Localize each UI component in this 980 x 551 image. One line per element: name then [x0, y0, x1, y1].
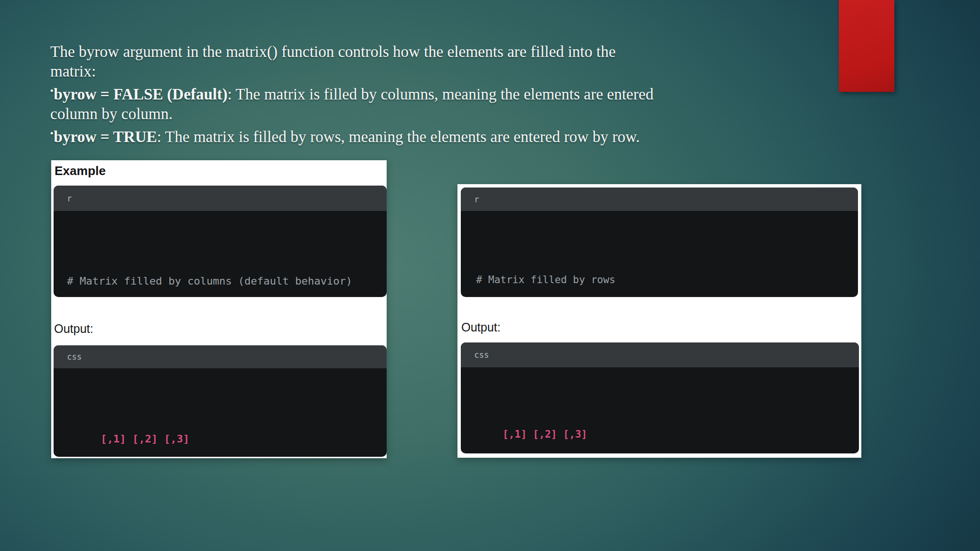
- intro-bullet-1-cont: column by column.: [50, 104, 730, 124]
- output-block-bycol: css [,1] [,2] [,3] [1,] 1 3 5 [2,] 2 4 6: [54, 345, 387, 457]
- code-content-byrow: # Matrix filled by rows matrix_byrow <- …: [461, 211, 858, 297]
- intro-bold-false-default: byrow = FALSE (Default): [54, 86, 227, 103]
- output-label: Output:: [461, 320, 501, 334]
- output-block-byrow: css [,1] [,2] [,3] [1,] 1 2 3 [2,] 4 5 6: [461, 342, 859, 453]
- slide: The byrow argument in the matrix() funct…: [0, 0, 980, 551]
- output-row-header: [,1] [,2] [,3]: [69, 429, 382, 449]
- output-content-byrow: [,1] [,2] [,3] [1,] 1 2 3 [2,] 4 5 6: [461, 367, 859, 453]
- output-language-bar: css: [54, 345, 387, 368]
- intro-bullet-1-text: : The matrix is filled by columns, meani…: [228, 86, 654, 103]
- intro-bullet-1: •byrow = FALSE (Default): The matrix is …: [50, 81, 730, 104]
- code-language-bar: r: [461, 187, 858, 211]
- code-comment: # Matrix filled by rows: [476, 270, 854, 290]
- intro-line-1: The byrow argument in the matrix() funct…: [50, 42, 730, 62]
- code-content-bycol: # Matrix filled by columns (default beha…: [54, 211, 387, 297]
- example-card-bycol: Example r # Matrix filled by columns (de…: [51, 160, 387, 458]
- accent-rectangle: [839, 0, 894, 92]
- output-content-bycol: [,1] [,2] [,3] [1,] 1 3 5 [2,] 2 4 6: [54, 368, 387, 457]
- example-card-title: Example: [55, 164, 106, 178]
- output-row-header: [,1] [,2] [,3]: [472, 425, 855, 444]
- intro-line-2: matrix:: [50, 62, 730, 81]
- code-comment: # Matrix filled by columns (default beha…: [67, 271, 382, 291]
- output-language-label: css: [54, 352, 82, 362]
- code-language-label: r: [461, 195, 479, 204]
- code-language-bar: r: [54, 186, 387, 211]
- output-language-bar: css: [461, 342, 859, 367]
- code-block-byrow: r # Matrix filled by rows matrix_byrow <…: [461, 187, 858, 297]
- intro-bold-true: byrow = TRUE: [54, 128, 157, 145]
- bullet-dot: •: [50, 86, 53, 96]
- bullet-dot: •: [50, 129, 53, 138]
- example-card-byrow: r # Matrix filled by rows matrix_byrow <…: [457, 184, 861, 458]
- intro-text: The byrow argument in the matrix() funct…: [50, 42, 730, 147]
- output-label: Output:: [54, 322, 93, 336]
- intro-bullet-2-text: : The matrix is filled by rows, meaning …: [157, 128, 640, 145]
- intro-bullet-2: •byrow = TRUE: The matrix is filled by r…: [50, 124, 730, 147]
- code-block-bycol: r # Matrix filled by columns (default be…: [54, 186, 387, 297]
- output-language-label: css: [461, 350, 489, 360]
- code-language-label: r: [54, 194, 72, 203]
